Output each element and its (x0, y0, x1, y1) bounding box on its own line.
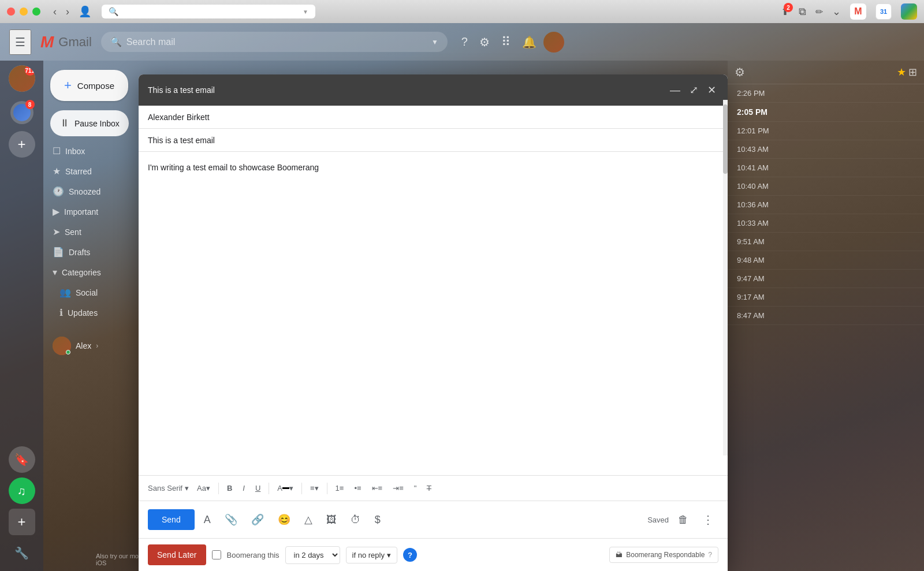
secondary-avatar-badge: 8 (25, 100, 35, 109)
boomerang-checkbox[interactable] (212, 550, 221, 559)
scrollbar-thumb[interactable] (723, 106, 728, 174)
starred-label: Starred (65, 167, 92, 176)
notification-bell-icon[interactable]: 🔔 (517, 31, 541, 54)
gmail-app-icon[interactable]: M (850, 3, 866, 20)
sidebar-item-categories[interactable]: ▾ Categories (43, 262, 134, 282)
sidebar-item-drafts[interactable]: 📄 Drafts (43, 242, 134, 262)
sidebar-item-social[interactable]: 👥 Social (43, 282, 134, 303)
bold-button[interactable]: B (222, 480, 237, 496)
main-avatar[interactable]: 711 (9, 65, 35, 92)
close-dialog-button[interactable]: ✕ (705, 81, 718, 99)
font-size-chevron-icon: ▾ (206, 484, 210, 492)
boomerang-respondable-button[interactable]: 🏔 Boomerang Respondable ? (609, 547, 718, 563)
attach-button[interactable]: 📎 (220, 509, 242, 531)
email-time-6[interactable]: 10:36 AM (728, 196, 924, 214)
email-time-11[interactable]: 9:17 AM (728, 288, 924, 307)
days-select[interactable]: in 2 days (285, 546, 340, 564)
subject-field-value: This is a test email (148, 136, 215, 145)
email-time-8[interactable]: 9:51 AM (728, 233, 924, 251)
gmail-search-input[interactable] (126, 37, 427, 47)
dropdown-button[interactable]: ⌄ (832, 5, 841, 18)
add-account-button[interactable]: + (9, 131, 35, 158)
drive-app-icon[interactable] (901, 3, 917, 20)
text-color-button[interactable]: A ▾ (273, 480, 298, 496)
boomerang-icon-button[interactable]: ⏱ (346, 509, 366, 531)
send-later-button[interactable]: Send Later (148, 544, 206, 565)
increase-indent-button[interactable]: ⇥≡ (388, 480, 408, 496)
email-time-0[interactable]: 2:26 PM (728, 84, 924, 103)
boomerang-help-button[interactable]: ? (403, 548, 417, 562)
compose-button[interactable]: + Compose (50, 70, 128, 101)
remove-formatting-button[interactable]: T̶ (422, 480, 436, 496)
decrease-indent-button[interactable]: ⇤≡ (367, 480, 388, 496)
minimize-window-button[interactable] (20, 8, 28, 16)
email-time-2[interactable]: 12:01 PM (728, 122, 924, 140)
if-no-reply-select[interactable]: if no reply ▾ (346, 547, 397, 563)
font-family-select[interactable]: Sans Serif ▾ (146, 480, 191, 496)
pen-button[interactable]: ✏ (815, 6, 823, 17)
dollar-icon-button[interactable]: $ (370, 509, 385, 531)
email-time-1[interactable]: 2:05 PM (728, 103, 924, 122)
pause-inbox-button[interactable]: ⏸ Pause Inbox (50, 110, 129, 136)
maximize-window-button[interactable] (32, 8, 40, 16)
italic-button[interactable]: I (238, 480, 249, 496)
calendar-app-icon[interactable]: 31 (875, 3, 892, 20)
email-time-12[interactable]: 8:47 AM (728, 307, 924, 325)
text-format-button[interactable]: A (199, 509, 215, 531)
spotify-button[interactable]: ♫ (9, 477, 35, 504)
bold-icon: B (227, 484, 232, 492)
photo-button[interactable]: 🖼 (322, 509, 341, 531)
delete-draft-button[interactable]: 🗑 (673, 509, 693, 531)
hamburger-menu-button[interactable]: ☰ (9, 29, 31, 55)
align-button[interactable]: ≡ ▾ (305, 480, 323, 496)
sidebar-item-starred[interactable]: ★ Starred (43, 161, 134, 181)
sidebar-item-inbox[interactable]: ☐ Inbox (43, 141, 134, 161)
quote-button[interactable]: " (409, 480, 422, 496)
google-apps-button[interactable]: ⠿ (497, 30, 515, 54)
link-button[interactable]: 🔗 (247, 509, 269, 531)
emoji-button[interactable]: 😊 (273, 509, 295, 531)
underline-button[interactable]: U (251, 480, 265, 496)
settings-icon-button[interactable]: ⚙ (475, 31, 494, 54)
send-button[interactable]: Send (148, 509, 195, 530)
email-time-4[interactable]: 10:41 AM (728, 159, 924, 177)
online-status-dot (66, 350, 70, 354)
user-avatar[interactable] (543, 32, 564, 53)
sidebar-item-updates[interactable]: ℹ Updates (43, 303, 134, 323)
ordered-list-button[interactable]: 1≡ (331, 480, 349, 496)
minimize-dialog-button[interactable]: — (668, 82, 683, 99)
drive-attach-button[interactable]: △ (300, 509, 317, 531)
email-time-10[interactable]: 9:47 AM (728, 270, 924, 288)
help-icon-button[interactable]: ? (457, 31, 472, 53)
text-color-icon: A (277, 484, 282, 492)
mac-search-input[interactable]: Search (123, 7, 298, 16)
back-button[interactable]: ‹ (50, 4, 60, 19)
add-bottom-button[interactable]: + (9, 509, 35, 535)
unordered-list-button[interactable]: •≡ (349, 480, 366, 496)
gmail-logo-m-icon: M (40, 33, 54, 51)
gmail-search-bar[interactable]: 🔍 ▼ (101, 32, 448, 52)
email-time-5[interactable]: 10:40 AM (728, 177, 924, 196)
font-size-button[interactable]: Aa ▾ (192, 480, 215, 496)
sidebar-item-snoozed[interactable]: 🕐 Snoozed (43, 181, 134, 201)
sidebar-item-important[interactable]: ▶ Important (43, 201, 134, 222)
email-body-area[interactable]: I'm writing a test email to showcase Boo… (139, 152, 728, 475)
user-icon-button[interactable]: 👤 (75, 4, 95, 19)
forward-button[interactable]: › (62, 4, 73, 19)
subject-field-row: This is a test email (139, 129, 728, 152)
email-list-settings-button[interactable]: ⚙ (735, 65, 745, 79)
expand-dialog-button[interactable]: ⤢ (687, 81, 701, 99)
bookmark-button[interactable]: 🔖 (9, 446, 35, 473)
avatar-badge: 711 (25, 65, 35, 76)
more-options-button[interactable]: ⋮ (698, 508, 718, 531)
compose-dialog-body: Alexander Birkett This is a test email I… (139, 106, 728, 571)
grid-view-button[interactable]: ⊞ (908, 66, 917, 79)
email-time-3[interactable]: 10:43 AM (728, 140, 924, 159)
layers-button[interactable]: ⧉ (799, 6, 806, 18)
wrench-icon-button[interactable]: 🔧 (9, 540, 35, 566)
sidebar-item-sent[interactable]: ➤ Sent (43, 222, 134, 242)
gmail-header-actions: ? ⚙ ⠿ 🔔 (457, 30, 573, 54)
email-time-7[interactable]: 10:33 AM (728, 214, 924, 233)
email-time-9[interactable]: 9:48 AM (728, 251, 924, 270)
close-window-button[interactable] (7, 8, 15, 16)
